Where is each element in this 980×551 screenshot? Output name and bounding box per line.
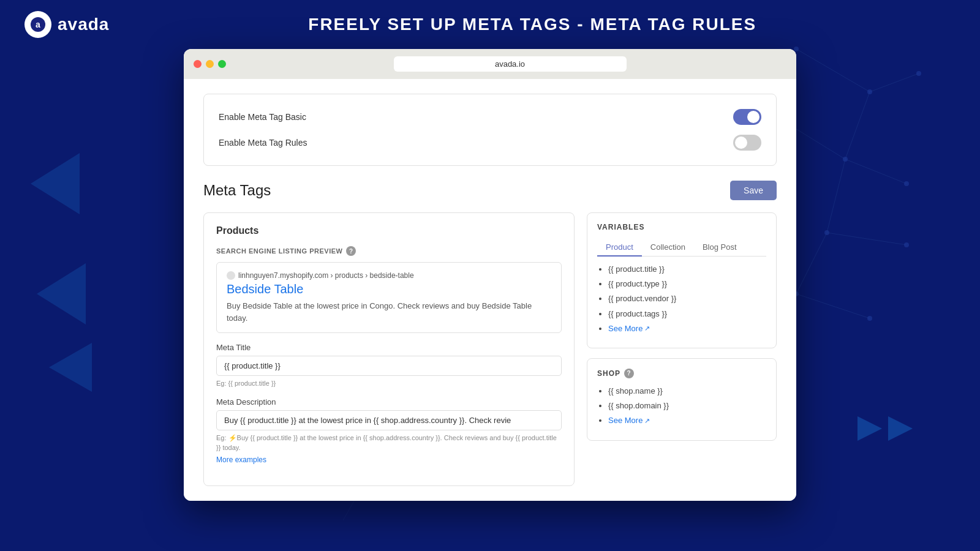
tab-collection[interactable]: Collection xyxy=(642,239,694,257)
meta-tags-title: Meta Tags xyxy=(203,182,271,199)
serp-url: linhnguyen7.myshopify.com › products › b… xyxy=(227,271,551,280)
tab-blog-post[interactable]: Blog Post xyxy=(694,239,745,257)
meta-title-hint: Eg: {{ product.title }} xyxy=(216,378,562,389)
svg-point-16 xyxy=(824,230,829,235)
shop-title: SHOP ? xyxy=(597,369,766,378)
main-grid: Products SEARCH ENGINE LISTING PREVIEW ?… xyxy=(203,212,777,486)
meta-tag-basic-row: Enable Meta Tag Basic xyxy=(219,104,761,130)
list-item: {{ product.type }} xyxy=(608,279,766,290)
shop-help-icon[interactable]: ? xyxy=(624,369,634,378)
svg-line-7 xyxy=(827,233,907,245)
svg-marker-21 xyxy=(37,263,86,324)
header: a avada FREELY SET UP META TAGS - META T… xyxy=(0,0,980,49)
svg-line-8 xyxy=(796,233,827,294)
save-button[interactable]: Save xyxy=(730,181,777,200)
logo-text: avada xyxy=(58,15,109,34)
meta-title-label: Meta Title xyxy=(216,343,562,352)
list-item: {{ shop.domain }} xyxy=(608,400,766,411)
see-more-product-link[interactable]: See More ↗ xyxy=(608,323,766,334)
svg-point-14 xyxy=(904,181,909,186)
toggle-knob-basic xyxy=(747,111,760,123)
meta-tags-header: Meta Tags Save xyxy=(203,181,777,200)
svg-line-9 xyxy=(796,294,870,318)
close-button[interactable] xyxy=(194,60,202,68)
svg-marker-20 xyxy=(31,153,80,214)
products-panel-title: Products xyxy=(216,225,562,236)
svg-point-13 xyxy=(843,157,848,162)
serp-help-icon[interactable]: ? xyxy=(346,246,356,256)
tab-product[interactable]: Product xyxy=(597,239,642,257)
meta-desc-label: Meta Description xyxy=(216,397,562,407)
see-more-product-item: See More ↗ xyxy=(608,323,766,334)
maximize-button[interactable] xyxy=(218,60,226,68)
serp-label: SEARCH ENGINE LISTING PREVIEW ? xyxy=(216,246,562,256)
variables-tabs: Product Collection Blog Post xyxy=(597,239,766,257)
more-examples-link[interactable]: More examples xyxy=(216,455,266,464)
meta-title-input[interactable] xyxy=(216,356,562,376)
minimize-button[interactable] xyxy=(206,60,214,68)
svg-marker-22 xyxy=(49,343,92,392)
product-variables-card: Variables Product Collection Blog Post xyxy=(587,212,777,348)
svg-text:a: a xyxy=(36,20,40,29)
traffic-lights xyxy=(194,60,226,68)
meta-title-group: Meta Title Eg: {{ product.title }} xyxy=(216,343,562,389)
meta-desc-hint-text: Eg: ⚡Buy {{ product.title }} at the lowe… xyxy=(216,434,557,452)
browser-chrome: avada.io xyxy=(184,49,796,79)
external-icon: ↗ xyxy=(644,324,650,333)
svg-marker-23 xyxy=(858,416,882,441)
toggle-section: Enable Meta Tag Basic Enable Meta Tag Ru… xyxy=(203,94,777,166)
meta-tag-basic-label: Enable Meta Tag Basic xyxy=(219,112,306,122)
svg-line-6 xyxy=(827,159,845,233)
meta-tag-rules-toggle[interactable] xyxy=(733,135,761,151)
list-item: {{ shop.name }} xyxy=(608,386,766,397)
meta-tag-rules-row: Enable Meta Tag Rules xyxy=(219,130,761,156)
serp-title: Bedside Table xyxy=(227,282,551,296)
svg-point-12 xyxy=(916,71,921,76)
meta-desc-hint: Eg: ⚡Buy {{ product.title }} at the lowe… xyxy=(216,433,562,453)
svg-line-1 xyxy=(870,73,919,92)
list-item: {{ product.tags }} xyxy=(608,309,766,320)
serp-favicon xyxy=(227,271,235,280)
external-icon-shop: ↗ xyxy=(644,416,650,425)
serp-desc: Buy Bedside Table at the lowest price in… xyxy=(227,300,551,324)
products-panel: Products SEARCH ENGINE LISTING PREVIEW ?… xyxy=(203,212,575,486)
address-bar[interactable]: avada.io xyxy=(394,56,627,72)
meta-desc-input[interactable] xyxy=(216,410,562,430)
toggle-knob-rules xyxy=(735,137,747,149)
browser-content: Enable Meta Tag Basic Enable Meta Tag Ru… xyxy=(184,79,796,501)
shop-variables-card: SHOP ? {{ shop.name }} {{ shop.domain }}… xyxy=(587,358,777,441)
list-item: {{ product.vendor }} xyxy=(608,293,766,304)
svg-point-11 xyxy=(867,89,872,94)
browser-window: avada.io Enable Meta Tag Basic Enable Me… xyxy=(184,49,796,501)
variables-panel: Variables Product Collection Blog Post xyxy=(587,212,777,486)
logo: a avada xyxy=(24,11,109,38)
svg-line-2 xyxy=(845,92,870,159)
product-vars-list: {{ product.title }} {{ product.type }} {… xyxy=(597,264,766,334)
header-title: FREELY SET UP META TAGS - META TAG RULES xyxy=(109,15,956,34)
svg-line-0 xyxy=(796,49,870,92)
svg-line-3 xyxy=(845,159,907,184)
shop-vars-list: {{ shop.name }} {{ shop.domain }} See Mo… xyxy=(597,386,766,427)
logo-icon: a xyxy=(24,11,51,38)
svg-marker-24 xyxy=(888,416,913,441)
see-more-shop-link[interactable]: See More ↗ xyxy=(608,415,766,426)
svg-point-19 xyxy=(867,316,872,321)
see-more-shop-item: See More ↗ xyxy=(608,415,766,426)
variables-title: Variables xyxy=(597,223,766,231)
svg-point-17 xyxy=(904,242,909,247)
serp-preview: linhnguyen7.myshopify.com › products › b… xyxy=(216,262,562,333)
meta-tag-rules-label: Enable Meta Tag Rules xyxy=(219,138,307,148)
meta-desc-group: Meta Description Eg: ⚡Buy {{ product.tit… xyxy=(216,397,562,465)
meta-tag-basic-toggle[interactable] xyxy=(733,109,761,125)
list-item: {{ product.title }} xyxy=(608,264,766,275)
